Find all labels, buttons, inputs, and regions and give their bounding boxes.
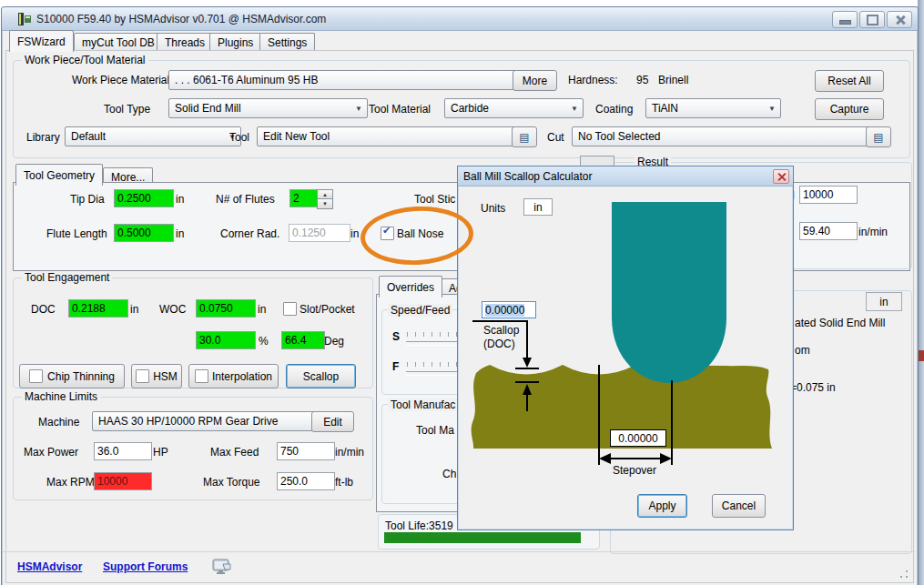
background-window-mark	[919, 350, 924, 361]
tool-type-combo[interactable]: Solid End Mill▼	[168, 98, 368, 118]
feed-result-field[interactable]: 59.40	[799, 222, 858, 240]
slot-pocket-checkbox[interactable]	[283, 302, 297, 316]
woc-field[interactable]: 0.0750	[196, 299, 256, 318]
tool-stickout-label-fragment: Tool Stic	[414, 193, 455, 206]
angle-field[interactable]: 66.4	[281, 331, 325, 349]
footer-separator	[3, 551, 915, 552]
hardness-value: 95	[636, 74, 648, 86]
tool-combo[interactable]: Edit New Tool▼	[257, 126, 531, 146]
scallop-label-line1: Scallop	[483, 324, 519, 337]
work-piece-material-combo[interactable]: . . . 6061-T6 Aluminum 95 HB▼	[168, 70, 531, 90]
max-power-field[interactable]: 36.0	[94, 442, 152, 460]
tool-list-icon: ▤	[519, 131, 529, 144]
tool-manufacturer-label-fragment: Tool Ma	[416, 424, 454, 437]
dialog-close-icon	[777, 173, 786, 181]
resize-grip[interactable]	[899, 570, 909, 579]
scallop-button[interactable]: Scallop	[286, 364, 356, 388]
tip-dia-field[interactable]: 0.2500	[114, 189, 174, 207]
torque-unit: ft-lb	[335, 476, 353, 489]
flutes-spin-down[interactable]: ▼	[317, 198, 333, 209]
tool-info-line3-fragment: =0.075 in	[790, 381, 836, 394]
scallop-doc-field[interactable]: 0.00000	[482, 301, 536, 318]
dialog-close-button[interactable]	[773, 169, 789, 184]
s-slider[interactable]	[406, 341, 459, 346]
dialog-title-bar[interactable]: Ball Mill Scallop Calculator	[458, 166, 793, 187]
stepover-field[interactable]: 0.00000	[610, 429, 666, 447]
coating-combo[interactable]: TiAlN▼	[645, 98, 781, 118]
tip-dia-label: Tip Dia	[70, 193, 105, 206]
cancel-button[interactable]: Cancel	[712, 494, 766, 518]
machine-group-title: Machine Limits	[22, 390, 100, 403]
tab-threads[interactable]: Threads	[157, 33, 213, 52]
hsm-checkbox[interactable]	[136, 369, 149, 383]
chevron-down-icon: ▼	[768, 105, 776, 113]
apply-button[interactable]: Apply	[637, 494, 687, 518]
cut-db-icon-button[interactable]: ▤	[866, 126, 891, 147]
max-power-label: Max Power	[24, 446, 78, 459]
hsmadvisor-link[interactable]: HSMAdvisor	[17, 560, 82, 573]
tab-fswizard[interactable]: FSWizard	[9, 30, 74, 52]
work-piece-material-label: Work Piece Material	[72, 74, 169, 86]
corner-rad-field[interactable]: 0.1250	[289, 224, 350, 242]
max-feed-field[interactable]: 750	[277, 442, 335, 460]
power-unit: HP	[153, 446, 168, 459]
tab-settings[interactable]: Settings	[259, 33, 315, 52]
corner-rad-label: Corner Rad.	[220, 227, 279, 240]
more-button[interactable]: More	[513, 70, 557, 91]
doc-field[interactable]: 0.2188	[68, 299, 128, 318]
library-combo[interactable]: Default▼	[65, 126, 241, 146]
max-torque-label: Max Torque	[203, 476, 259, 489]
tool-db-icon-button[interactable]: ▤	[512, 126, 537, 147]
chevron-down-icon: ▼	[355, 105, 362, 113]
restore-button[interactable]	[859, 11, 885, 28]
max-rpm-field[interactable]: 10000	[94, 472, 152, 490]
tool-type-label: Tool Type	[104, 103, 150, 116]
feedback-monitor-icon[interactable]	[212, 559, 232, 575]
tool-material-label: Tool Material	[369, 103, 431, 116]
edit-machine-button[interactable]: Edit	[311, 411, 354, 432]
machine-combo[interactable]: HAAS 30 HP/10000 RPM Gear Drive▼	[92, 411, 330, 431]
cut-combo[interactable]: No Tool Selected▼	[572, 126, 887, 146]
tab-plugins[interactable]: Plugins	[209, 33, 261, 52]
minimize-button[interactable]	[832, 11, 858, 28]
capture-button[interactable]: Capture	[815, 98, 884, 120]
tool-material-combo[interactable]: Carbide▼	[444, 98, 584, 118]
woc-percent-field[interactable]: 30.0	[196, 331, 256, 349]
close-button[interactable]	[887, 11, 912, 28]
flutes-label: N# of Flutes	[216, 193, 275, 206]
interpolation-checkbox[interactable]	[195, 369, 208, 383]
scallop-label-line2: (DOC)	[483, 338, 515, 350]
tab-overrides[interactable]: Overrides	[379, 276, 442, 298]
engagement-group-title: Tool Engagement	[22, 271, 112, 284]
tab-tool-geometry[interactable]: Tool Geometry	[15, 164, 103, 186]
material-group-title: Work Piece/Tool Material	[22, 54, 148, 66]
reset-all-button[interactable]: Reset All	[815, 70, 884, 92]
support-forums-link[interactable]: Support Forums	[103, 560, 188, 573]
hsm-button[interactable]: HSM	[131, 364, 182, 388]
s-slider-label: S	[392, 330, 400, 343]
flute-length-field[interactable]: 0.5000	[114, 224, 174, 242]
max-torque-field[interactable]: 250.0	[277, 472, 335, 490]
flute-length-unit: in	[176, 227, 184, 240]
tool-label: Tool	[229, 131, 249, 144]
tab-mycut-tool-db[interactable]: myCut Tool DB	[74, 33, 163, 52]
tool-info-line2-fragment: om	[795, 344, 810, 357]
units-field[interactable]: in	[523, 198, 553, 216]
tool-info-line1-fragment: ated Solid End Mill	[795, 317, 885, 329]
unit-tab[interactable]: in	[866, 292, 902, 311]
background-window-edge	[918, 0, 924, 585]
title-bar[interactable]: S10000 F59.40 by HSMAdvisor v0.701 @ HSM…	[2, 7, 918, 31]
chip-thinning-checkbox[interactable]	[29, 369, 43, 383]
screenshot-root: S10000 F59.40 by HSMAdvisor v0.701 @ HSM…	[0, 0, 924, 585]
rpm-result-field[interactable]: 10000	[799, 186, 858, 204]
flute-length-label: Flute Length	[46, 227, 107, 240]
hardness-unit: Brinell	[658, 74, 688, 86]
f-slider[interactable]	[406, 371, 459, 376]
chevron-down-icon: ▼	[571, 105, 578, 113]
interpolation-button[interactable]: Interpolation	[188, 364, 279, 388]
tool-life-progress-bar	[384, 532, 581, 543]
chip-thinning-button[interactable]: Chip Thinning	[19, 364, 125, 388]
woc-unit: in	[258, 303, 266, 316]
scallop-dialog: Ball Mill Scallop Calculator Units in 0	[457, 166, 794, 530]
percent-unit: %	[259, 335, 269, 348]
